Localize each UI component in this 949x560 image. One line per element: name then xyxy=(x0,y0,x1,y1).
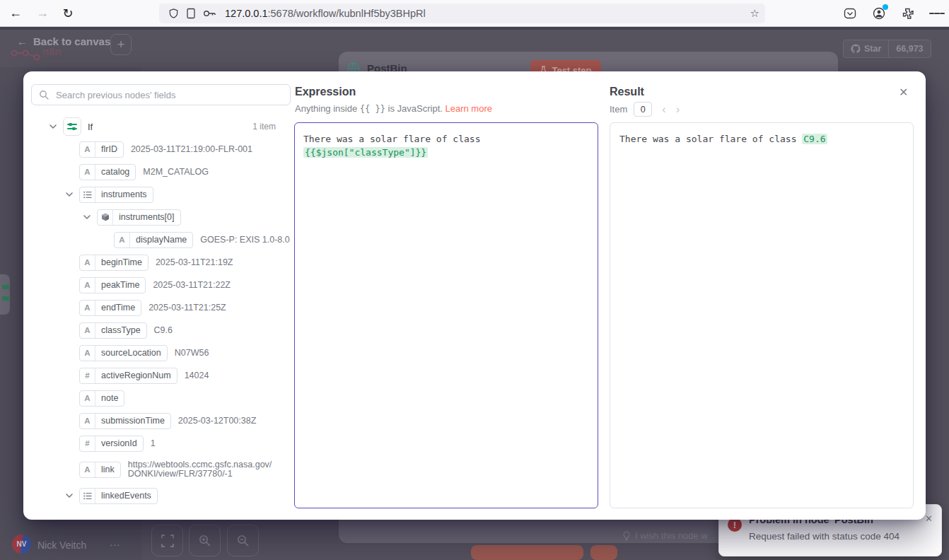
learn-more-link[interactable]: Learn more xyxy=(445,103,491,114)
tree-row[interactable]: AdisplayNameGOES-P: EXIS 1.0-8.0 xyxy=(23,228,295,251)
url-bar[interactable]: 127.0.0.1:5678/workflow/kubnlHf5by3BHpRl… xyxy=(159,4,765,23)
tree-row[interactable]: Alinkhttps://webtools.ccmc.gsfc.nasa.gov… xyxy=(23,455,295,484)
avatar[interactable]: NV xyxy=(12,535,31,554)
reload-icon[interactable]: ↻ xyxy=(58,4,78,23)
field-pill[interactable]: ApeakTime xyxy=(79,277,146,293)
key-icon[interactable] xyxy=(203,9,217,18)
extensions-icon[interactable] xyxy=(900,6,916,21)
field-pill[interactable]: AclassType xyxy=(79,322,147,339)
search-icon xyxy=(39,90,49,100)
field-pill[interactable]: Anote xyxy=(79,390,124,407)
github-icon xyxy=(851,44,861,54)
field-pill[interactable]: #activeRegionNum xyxy=(79,368,177,384)
field-pill[interactable]: AdisplayName xyxy=(114,232,193,248)
tree-row[interactable]: AbeginTime2025-03-11T21:19Z xyxy=(23,251,295,274)
field-pill[interactable]: AsubmissionTime xyxy=(79,413,171,429)
user-menu-ellipsis[interactable]: ... xyxy=(110,536,121,548)
string-type-icon: A xyxy=(80,255,95,270)
add-tab-button[interactable]: + xyxy=(110,34,132,55)
shield-icon[interactable] xyxy=(168,8,179,19)
prev-item-icon[interactable]: ‹ xyxy=(662,104,665,115)
field-name: instruments xyxy=(95,187,153,202)
tree-node-row[interactable]: If1 item xyxy=(23,115,295,138)
close-icon[interactable]: ✕ xyxy=(925,513,933,524)
field-pill[interactable]: AbeginTime xyxy=(79,255,149,271)
field-value: 2025-03-11T21:25Z xyxy=(149,303,226,313)
tree-row[interactable]: instruments[0] xyxy=(23,206,295,228)
string-type-icon: A xyxy=(80,391,95,406)
string-type-icon: A xyxy=(80,301,95,315)
tree-row[interactable]: AsourceLocationN07W56 xyxy=(23,342,295,364)
field-pill[interactable]: instruments[0] xyxy=(97,209,181,226)
tree-row[interactable]: #activeRegionNum14024 xyxy=(23,364,295,387)
forward-icon[interactable]: → xyxy=(33,4,52,23)
tree-row[interactable]: AcatalogM2M_CATALOG xyxy=(23,161,295,183)
tree-row[interactable]: Anote xyxy=(23,387,295,409)
field-name: catalog xyxy=(95,165,135,180)
string-type-icon: A xyxy=(80,462,95,477)
tree-row[interactable]: AflrID2025-03-11T21:19:00-FLR-001 xyxy=(23,138,295,161)
field-pill[interactable]: Acatalog xyxy=(79,164,136,180)
account-icon[interactable] xyxy=(871,6,887,21)
screen: ← → ↻ 127.0.0.1:5678/workflow/kubnlHf5by… xyxy=(0,0,949,560)
tree-row[interactable]: AsubmissionTime2025-03-12T00:38Z xyxy=(23,409,295,432)
bookmark-star-icon[interactable]: ☆ xyxy=(750,7,759,20)
search-box[interactable] xyxy=(31,84,291,105)
field-value: 2025-03-11T21:19Z xyxy=(156,257,233,267)
expression-line-1: There was a solar flare of class xyxy=(303,132,589,146)
zoom-out-icon xyxy=(237,535,250,547)
field-pill[interactable]: Alink xyxy=(79,462,121,478)
toast-message: Request failed with status code 404 xyxy=(749,531,899,542)
field-pill[interactable]: instruments xyxy=(79,187,153,203)
field-name: link xyxy=(95,462,120,477)
notification-dot xyxy=(883,4,888,10)
zoom-in-button[interactable] xyxy=(189,525,221,556)
arrow-left-icon: ← xyxy=(17,35,28,47)
tree-row[interactable]: instruments xyxy=(23,183,295,206)
field-value: 1 xyxy=(151,438,156,448)
tree-row[interactable]: AclassTypeC9.6 xyxy=(23,319,295,342)
next-item-icon[interactable]: › xyxy=(676,104,680,115)
expression-code-editor[interactable]: There was a solar flare of class{{$json[… xyxy=(294,122,598,508)
field-value: N07W56 xyxy=(175,348,209,358)
url-text: 127.0.0.1:5678/workflow/kubnlHf5by3BHpRl xyxy=(225,8,426,19)
string-type-icon: A xyxy=(80,278,95,293)
fit-view-button[interactable] xyxy=(151,525,183,556)
fit-view-icon xyxy=(161,535,174,547)
field-pill[interactable]: #versionId xyxy=(79,436,144,452)
node-feedback-input[interactable]: I wish this node w xyxy=(622,530,708,541)
field-pill[interactable]: AendTime xyxy=(79,300,141,316)
close-icon[interactable]: ✕ xyxy=(899,86,908,99)
chevron-down-icon[interactable] xyxy=(50,124,63,129)
tree-row[interactable]: #versionId1 xyxy=(23,432,295,455)
menu-icon[interactable] xyxy=(929,6,945,21)
zoom-in-icon xyxy=(199,535,211,547)
back-to-canvas-button[interactable]: ← Back to canvas xyxy=(17,35,110,47)
field-value: 2025-03-12T00:38Z xyxy=(178,416,257,426)
chevron-down-icon[interactable] xyxy=(66,192,79,197)
tree-row[interactable]: linkedEvents xyxy=(23,484,295,507)
chevron-down-icon[interactable] xyxy=(66,494,79,498)
tree-row[interactable]: ApeakTime2025-03-11T21:22Z xyxy=(23,274,295,296)
if-node-partial[interactable] xyxy=(0,274,10,315)
zoom-out-button[interactable] xyxy=(227,525,259,556)
search-input[interactable] xyxy=(54,89,283,101)
github-star-widget[interactable]: Star 66,973 xyxy=(843,40,931,58)
field-name: flrID xyxy=(95,142,123,157)
field-pill[interactable]: linkedEvents xyxy=(79,488,158,504)
field-pill[interactable]: AflrID xyxy=(79,141,124,158)
field-pill[interactable]: AsourceLocation xyxy=(79,345,168,361)
expression-editor-modal: ✕ If1 itemAflrID2025-03-11T21:19:00-FLR-… xyxy=(23,71,926,520)
pocket-icon[interactable] xyxy=(842,6,858,21)
field-name: sourceLocation xyxy=(95,346,167,361)
expression-subtitle: Anything inside {{ }} is JavaScript. Lea… xyxy=(295,103,492,114)
node-label: If xyxy=(88,122,93,132)
tree-row[interactable]: AendTime2025-03-11T21:25Z xyxy=(23,296,295,319)
result-item-pager: Item 0 ‹ › xyxy=(610,102,680,117)
chevron-down-icon[interactable] xyxy=(83,215,97,220)
result-panel-title: Result xyxy=(610,86,644,98)
item-index-input[interactable]: 0 xyxy=(634,102,652,117)
page-icon[interactable] xyxy=(186,8,196,19)
string-type-icon: A xyxy=(80,414,95,428)
back-icon[interactable]: ← xyxy=(6,4,25,23)
